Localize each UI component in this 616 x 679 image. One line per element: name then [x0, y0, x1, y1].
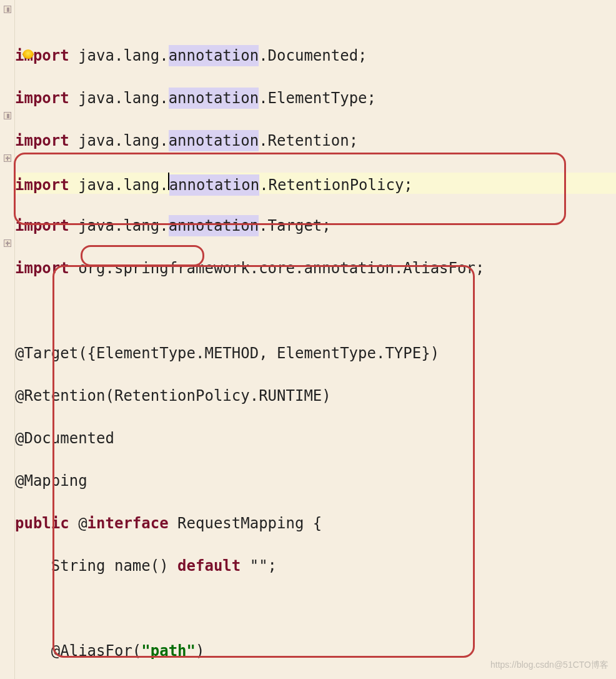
code-text: RequestMapping { — [169, 513, 322, 534]
code-text: java.lang. — [69, 88, 169, 109]
usage-highlight: annotation — [169, 45, 259, 66]
code-text: .ElementType; — [259, 88, 376, 109]
code-text: .Target; — [259, 215, 331, 236]
code-editor[interactable]: import java.lang.annotation.Documented; … — [15, 3, 616, 679]
intention-bulb-icon[interactable] — [22, 49, 34, 61]
keyword: import — [15, 174, 69, 196]
usage-highlight: annotation — [169, 215, 259, 236]
annotation: @Documented — [15, 428, 114, 449]
code-text: .RetentionPolicy; — [259, 174, 413, 196]
watermark: https://blog.csdn@51CTO博客 — [490, 654, 609, 675]
code-text: .Documented; — [259, 45, 367, 66]
string-literal: "path" — [141, 640, 196, 661]
annotation: @Mapping — [15, 470, 87, 491]
annotation: @Retention(RetentionPolicy.RUNTIME) — [15, 385, 331, 406]
keyword: default — [177, 555, 241, 576]
usage-highlight: annotation — [169, 88, 259, 109]
code-text: .Retention; — [259, 130, 358, 151]
keyword: import — [15, 215, 69, 236]
usage-highlight: annotation — [169, 130, 259, 151]
code-text: ) — [196, 640, 204, 661]
gutter — [0, 0, 15, 679]
keyword: import — [15, 130, 69, 151]
code-text: @AliasFor( — [15, 640, 141, 661]
keyword: import — [15, 258, 69, 279]
code-text: String name() — [15, 555, 177, 576]
code-text: org.springframework.core.annotation.Alia… — [69, 258, 485, 279]
keyword: public — [15, 513, 69, 534]
fold-icon[interactable] — [4, 239, 11, 247]
usage-highlight: annotation — [169, 174, 260, 196]
code-text: java.lang. — [69, 45, 169, 66]
keyword: interface — [87, 513, 169, 534]
code-text: @ — [69, 513, 87, 534]
code-text: java.lang. — [69, 174, 169, 196]
code-text: java.lang. — [69, 215, 169, 236]
keyword: import — [15, 88, 69, 109]
annotation: @Target({ElementType.METHOD, ElementType… — [15, 343, 439, 364]
code-text: java.lang. — [69, 130, 169, 151]
fold-icon[interactable] — [4, 154, 11, 162]
fold-icon[interactable] — [4, 6, 11, 13]
fold-icon[interactable] — [4, 112, 11, 119]
code-text: ""; — [241, 555, 277, 576]
